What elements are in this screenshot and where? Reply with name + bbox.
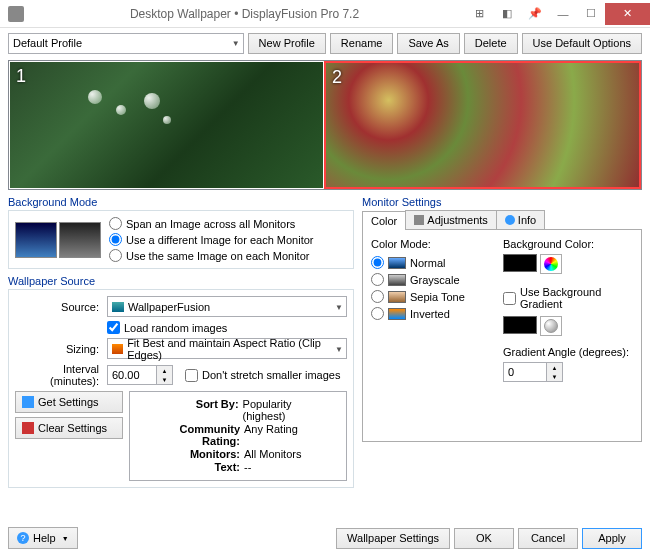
- chevron-down-icon: ▼: [232, 39, 240, 48]
- tab-color[interactable]: Color: [362, 211, 406, 230]
- tab-color-body: Color Mode: Normal Grayscale Sepia Tone …: [362, 230, 642, 442]
- monitor-preview-area: 1 2: [8, 60, 642, 190]
- new-profile-button[interactable]: New Profile: [248, 33, 326, 54]
- wallpaper-settings-button[interactable]: Wallpaper Settings: [336, 528, 450, 549]
- source-select[interactable]: WallpaperFusion ▼: [107, 296, 347, 317]
- help-button[interactable]: ? Help ▼: [8, 527, 78, 549]
- bottom-bar: ? Help ▼ Wallpaper Settings OK Cancel Ap…: [8, 527, 642, 549]
- load-random-checkbox[interactable]: Load random images: [107, 321, 227, 334]
- gradient-angle-label: Gradient Angle (degrees):: [503, 346, 633, 358]
- thumb-globe-icon: [15, 222, 57, 258]
- adjustments-icon: [414, 215, 424, 225]
- source-summary: Sort By:Popularity (highest) Community R…: [129, 391, 347, 481]
- spin-down-icon[interactable]: ▼: [547, 372, 562, 381]
- clear-settings-icon: [22, 422, 34, 434]
- gradient-angle-spinner[interactable]: ▲▼: [503, 362, 633, 382]
- gradient-color-swatch: [503, 316, 537, 334]
- sepia-swatch-icon: [388, 291, 406, 303]
- dont-stretch-checkbox[interactable]: Don't stretch smaller images: [185, 369, 340, 382]
- get-settings-icon: [22, 396, 34, 408]
- profile-toolbar: Default Profile ▼ New Profile Rename Sav…: [0, 28, 650, 58]
- background-mode-group: Background Mode Span an Image across all…: [8, 196, 354, 269]
- color-mode-label: Color Mode:: [371, 238, 485, 250]
- spin-down-icon[interactable]: ▼: [157, 375, 172, 384]
- wallpaper-source-group: Wallpaper Source Source: WallpaperFusion…: [8, 275, 354, 488]
- source-icon: [112, 302, 124, 312]
- tab-info[interactable]: Info: [496, 210, 545, 229]
- titlebar-btn-2[interactable]: ◧: [493, 3, 521, 25]
- monitor-1-label: 1: [16, 66, 26, 87]
- radio-span[interactable]: Span an Image across all Monitors: [109, 217, 314, 230]
- radio-same[interactable]: Use the same Image on each Monitor: [109, 249, 314, 262]
- monitor-settings-tabs: Color Adjustments Info: [362, 210, 642, 230]
- profile-select[interactable]: Default Profile ▼: [8, 33, 244, 54]
- spin-up-icon[interactable]: ▲: [547, 363, 562, 372]
- delete-button[interactable]: Delete: [464, 33, 518, 54]
- spin-up-icon[interactable]: ▲: [157, 366, 172, 375]
- chevron-down-icon: ▼: [335, 302, 343, 311]
- apply-button[interactable]: Apply: [582, 528, 642, 549]
- close-button[interactable]: ✕: [605, 3, 650, 25]
- monitor-2-label: 2: [332, 67, 342, 88]
- app-icon: [8, 6, 24, 22]
- gradient-ball-icon: [544, 319, 558, 333]
- sizing-label: Sizing:: [15, 343, 103, 355]
- get-settings-button[interactable]: Get Settings: [15, 391, 123, 413]
- ok-button[interactable]: OK: [454, 528, 514, 549]
- use-gradient-checkbox[interactable]: Use Background Gradient: [503, 286, 633, 310]
- radio-inverted[interactable]: Inverted: [371, 307, 485, 320]
- radio-different[interactable]: Use a different Image for each Monitor: [109, 233, 314, 246]
- bgcolor-label: Background Color:: [503, 238, 633, 250]
- save-as-button[interactable]: Save As: [397, 33, 459, 54]
- wallpaper-source-label: Wallpaper Source: [8, 275, 354, 287]
- info-icon: [505, 215, 515, 225]
- gradient-picker-button[interactable]: [540, 316, 562, 336]
- monitor-settings-label: Monitor Settings: [362, 196, 642, 208]
- monitor-2-preview[interactable]: 2: [324, 61, 641, 189]
- chevron-down-icon: ▼: [62, 535, 69, 542]
- radio-grayscale[interactable]: Grayscale: [371, 273, 485, 286]
- profile-select-value: Default Profile: [13, 37, 82, 49]
- rename-button[interactable]: Rename: [330, 33, 394, 54]
- sizing-select[interactable]: Fit Best and maintain Aspect Ratio (Clip…: [107, 338, 347, 359]
- monitor-1-preview[interactable]: 1: [9, 61, 324, 189]
- tab-adjustments[interactable]: Adjustments: [405, 210, 497, 229]
- help-icon: ?: [17, 532, 29, 544]
- source-label: Source:: [15, 301, 103, 313]
- bgcolor-swatch: [503, 254, 537, 272]
- inverted-swatch-icon: [388, 308, 406, 320]
- interval-spinner[interactable]: ▲▼: [107, 365, 173, 385]
- wallpaper-1-graphic: [50, 82, 238, 158]
- title-bar: Desktop Wallpaper • DisplayFusion Pro 7.…: [0, 0, 650, 28]
- grayscale-swatch-icon: [388, 274, 406, 286]
- interval-label: Interval (minutes):: [15, 363, 103, 387]
- background-mode-thumbs: [15, 222, 101, 258]
- background-mode-label: Background Mode: [8, 196, 354, 208]
- window-buttons: ⊞ ◧ 📌 — ☐ ✕: [465, 3, 650, 25]
- radio-normal[interactable]: Normal: [371, 256, 485, 269]
- window-title: Desktop Wallpaper • DisplayFusion Pro 7.…: [24, 7, 465, 21]
- chevron-down-icon: ▼: [335, 344, 343, 353]
- maximize-button[interactable]: ☐: [577, 3, 605, 25]
- titlebar-btn-3[interactable]: 📌: [521, 3, 549, 25]
- interval-input[interactable]: [107, 365, 157, 385]
- bgcolor-picker-button[interactable]: [540, 254, 562, 274]
- titlebar-btn-1[interactable]: ⊞: [465, 3, 493, 25]
- cancel-button[interactable]: Cancel: [518, 528, 578, 549]
- color-wheel-icon: [544, 257, 558, 271]
- sizing-icon: [112, 344, 123, 354]
- thumb-gray-icon: [59, 222, 101, 258]
- minimize-button[interactable]: —: [549, 3, 577, 25]
- use-default-options-button[interactable]: Use Default Options: [522, 33, 642, 54]
- normal-swatch-icon: [388, 257, 406, 269]
- monitor-settings-group: Monitor Settings Color Adjustments Info …: [362, 196, 642, 442]
- gradient-angle-input[interactable]: [503, 362, 547, 382]
- clear-settings-button[interactable]: Clear Settings: [15, 417, 123, 439]
- radio-sepia[interactable]: Sepia Tone: [371, 290, 485, 303]
